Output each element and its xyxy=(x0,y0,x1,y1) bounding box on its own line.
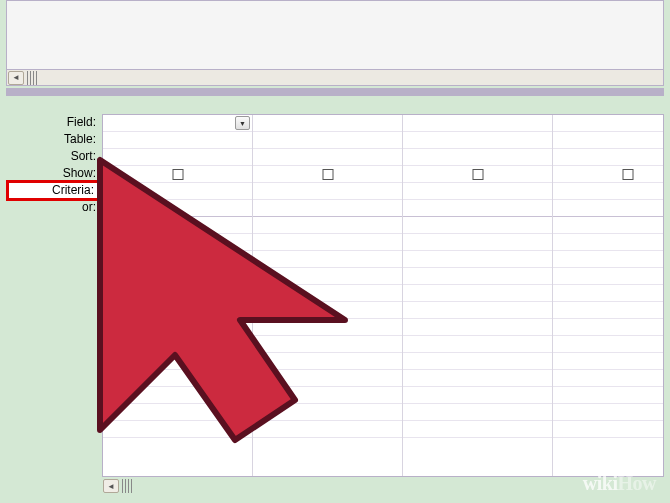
blank-row[interactable] xyxy=(253,234,402,251)
scroll-left-icon[interactable]: ◄ xyxy=(8,71,24,85)
scroll-grip-icon[interactable] xyxy=(27,71,39,85)
table-cell[interactable] xyxy=(553,132,664,149)
blank-row[interactable] xyxy=(103,251,252,268)
blank-row[interactable] xyxy=(553,370,664,387)
blank-row[interactable] xyxy=(103,421,252,438)
or-cell[interactable] xyxy=(553,200,664,217)
sort-cell[interactable] xyxy=(553,149,664,166)
query-design-pane: Field: Table: Sort: Show: Criteria: or: … xyxy=(6,96,664,497)
scroll-grip-icon[interactable] xyxy=(122,479,134,493)
query-grid[interactable]: ▼ xyxy=(102,114,664,477)
blank-row[interactable] xyxy=(103,353,252,370)
blank-row[interactable] xyxy=(403,302,552,319)
show-checkbox[interactable] xyxy=(472,169,483,180)
show-cell[interactable] xyxy=(253,166,402,183)
grid-column[interactable]: ▼ xyxy=(103,115,253,476)
or-cell[interactable] xyxy=(253,200,402,217)
field-cell[interactable] xyxy=(553,115,664,132)
blank-row[interactable] xyxy=(403,268,552,285)
blank-row[interactable] xyxy=(403,234,552,251)
grid-column[interactable] xyxy=(403,115,553,476)
blank-row[interactable] xyxy=(253,268,402,285)
chevron-down-icon[interactable]: ▼ xyxy=(235,116,250,130)
show-checkbox[interactable] xyxy=(622,169,633,180)
upper-design-pane: ◄ xyxy=(6,0,664,86)
table-cell[interactable] xyxy=(253,132,402,149)
blank-row[interactable] xyxy=(403,319,552,336)
blank-row[interactable] xyxy=(553,302,664,319)
blank-row[interactable] xyxy=(103,285,252,302)
blank-row[interactable] xyxy=(103,302,252,319)
scroll-left-icon[interactable]: ◄ xyxy=(103,479,119,493)
show-checkbox[interactable] xyxy=(322,169,333,180)
blank-row[interactable] xyxy=(253,285,402,302)
blank-row[interactable] xyxy=(103,370,252,387)
blank-row[interactable] xyxy=(103,217,252,234)
blank-row[interactable] xyxy=(253,217,402,234)
blank-row[interactable] xyxy=(253,370,402,387)
blank-row[interactable] xyxy=(403,404,552,421)
blank-row[interactable] xyxy=(103,387,252,404)
blank-row[interactable] xyxy=(403,251,552,268)
show-cell[interactable] xyxy=(553,166,664,183)
blank-row[interactable] xyxy=(103,268,252,285)
criteria-cell[interactable] xyxy=(253,183,402,200)
field-cell[interactable]: ▼ xyxy=(103,115,252,132)
grid-column[interactable] xyxy=(553,115,664,476)
table-cell[interactable] xyxy=(403,132,552,149)
sort-cell[interactable] xyxy=(253,149,402,166)
blank-row[interactable] xyxy=(553,353,664,370)
blank-row[interactable] xyxy=(403,387,552,404)
show-checkbox[interactable] xyxy=(172,169,183,180)
blank-row[interactable] xyxy=(553,217,664,234)
blank-row[interactable] xyxy=(553,336,664,353)
blank-row[interactable] xyxy=(253,421,402,438)
blank-row[interactable] xyxy=(253,336,402,353)
watermark: wikiHow xyxy=(583,472,656,495)
criteria-label: Criteria: xyxy=(6,180,100,201)
blank-row[interactable] xyxy=(103,336,252,353)
blank-row[interactable] xyxy=(403,336,552,353)
blank-row[interactable] xyxy=(553,234,664,251)
blank-row[interactable] xyxy=(553,319,664,336)
or-cell[interactable] xyxy=(403,200,552,217)
blank-row[interactable] xyxy=(103,404,252,421)
criteria-cell[interactable] xyxy=(553,183,664,200)
blank-row[interactable] xyxy=(553,251,664,268)
sort-cell[interactable] xyxy=(403,149,552,166)
blank-row[interactable] xyxy=(553,268,664,285)
show-cell[interactable] xyxy=(103,166,252,183)
blank-row[interactable] xyxy=(253,387,402,404)
blank-row[interactable] xyxy=(553,421,664,438)
grid-column[interactable] xyxy=(253,115,403,476)
lower-scrollbar[interactable]: ◄ xyxy=(102,478,134,494)
upper-scrollbar[interactable]: ◄ xyxy=(7,69,663,85)
blank-row[interactable] xyxy=(253,404,402,421)
field-label: Field: xyxy=(6,114,102,131)
show-cell[interactable] xyxy=(403,166,552,183)
field-cell[interactable] xyxy=(253,115,402,132)
sort-label: Sort: xyxy=(6,148,102,165)
sort-cell[interactable] xyxy=(103,149,252,166)
blank-row[interactable] xyxy=(553,404,664,421)
blank-row[interactable] xyxy=(253,319,402,336)
blank-row[interactable] xyxy=(103,319,252,336)
blank-row[interactable] xyxy=(403,421,552,438)
or-label: or: xyxy=(6,199,102,216)
blank-row[interactable] xyxy=(103,234,252,251)
blank-row[interactable] xyxy=(553,285,664,302)
criteria-cell[interactable] xyxy=(103,183,252,200)
blank-row[interactable] xyxy=(253,302,402,319)
blank-row[interactable] xyxy=(553,387,664,404)
or-cell[interactable] xyxy=(103,200,252,217)
pane-splitter[interactable] xyxy=(6,88,664,96)
table-cell[interactable] xyxy=(103,132,252,149)
blank-row[interactable] xyxy=(403,217,552,234)
blank-row[interactable] xyxy=(253,353,402,370)
criteria-cell[interactable] xyxy=(403,183,552,200)
blank-row[interactable] xyxy=(253,251,402,268)
blank-row[interactable] xyxy=(403,353,552,370)
blank-row[interactable] xyxy=(403,285,552,302)
field-cell[interactable] xyxy=(403,115,552,132)
blank-row[interactable] xyxy=(403,370,552,387)
